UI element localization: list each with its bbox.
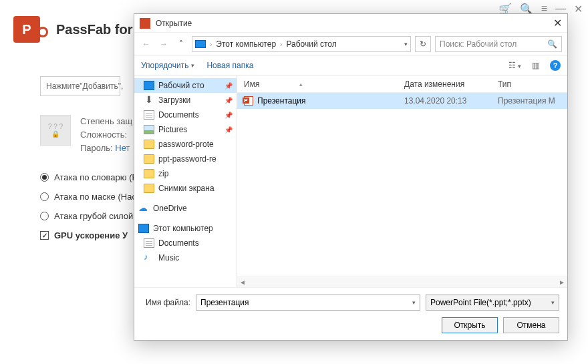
ppt-icon bbox=[140, 18, 150, 29]
document-icon bbox=[144, 238, 154, 248]
back-icon[interactable]: ← bbox=[140, 39, 153, 49]
radio-icon bbox=[40, 192, 49, 201]
folder-icon bbox=[144, 140, 154, 149]
column-date[interactable]: Дата изменения bbox=[404, 79, 498, 89]
file-date: 13.04.2020 20:13 bbox=[404, 96, 498, 106]
status-protection: Степень защ bbox=[80, 115, 132, 128]
filename-input[interactable]: Презентация▾ bbox=[196, 295, 420, 311]
sidebar: Рабочий сто📌 ⬇Загрузки📌 Documents📌 Pictu… bbox=[134, 75, 237, 287]
cancel-button[interactable]: Отмена bbox=[503, 317, 559, 333]
chevron-down-icon: ▾ bbox=[551, 299, 555, 306]
view-button[interactable]: ☷ ▾ bbox=[508, 61, 521, 70]
app-logo: P bbox=[13, 16, 40, 43]
file-type: Презентация M bbox=[498, 96, 567, 106]
address-bar[interactable]: › Этот компьютер › Рабочий стол ▾ bbox=[192, 36, 411, 52]
chevron-down-icon[interactable]: ▾ bbox=[404, 41, 408, 47]
column-type[interactable]: Тип bbox=[498, 79, 567, 89]
h-scrollbar[interactable]: ◄► bbox=[237, 277, 567, 287]
filename-label: Имя файла: bbox=[142, 298, 190, 307]
search-input[interactable]: Поиск: Рабочий стол 🔍 bbox=[435, 36, 562, 52]
folder-icon bbox=[144, 169, 154, 178]
search-placeholder: Поиск: Рабочий стол bbox=[440, 39, 517, 49]
folder-icon bbox=[144, 184, 154, 193]
sidebar-item-documents[interactable]: Documents📌 bbox=[134, 108, 237, 122]
download-icon: ⬇ bbox=[144, 96, 154, 105]
music-icon: ♪ bbox=[144, 253, 154, 262]
cloud-icon: ☁ bbox=[138, 204, 149, 213]
sidebar-item-downloads[interactable]: ⬇Загрузки📌 bbox=[134, 93, 237, 108]
pin-icon: 📌 bbox=[225, 97, 233, 104]
desktop-icon bbox=[144, 81, 154, 90]
file-open-dialog: Открытие ✕ ← → ˄ › Этот компьютер › Рабо… bbox=[134, 13, 568, 341]
organize-button[interactable]: Упорядочить▾ bbox=[141, 61, 194, 70]
sort-asc-icon: ▴ bbox=[299, 81, 303, 87]
pin-icon: 📌 bbox=[225, 82, 233, 89]
radio-icon bbox=[40, 212, 49, 220]
sidebar-item-onedrive[interactable]: ☁OneDrive bbox=[134, 201, 237, 216]
dialog-title: Открытие bbox=[156, 19, 553, 28]
status-icon: ? ? ? 🔒 bbox=[40, 115, 71, 146]
scroll-right-icon[interactable]: ► bbox=[557, 277, 567, 287]
pc-icon bbox=[138, 224, 149, 233]
forward-icon: → bbox=[157, 39, 170, 49]
picture-icon bbox=[144, 125, 154, 134]
search-icon: 🔍 bbox=[547, 39, 557, 49]
add-file-field[interactable]: Нажмите"Добавить", bbox=[40, 76, 120, 96]
sidebar-item-folder[interactable]: zip bbox=[134, 166, 237, 181]
pin-icon: 📌 bbox=[225, 126, 233, 134]
up-icon[interactable]: ˄ bbox=[174, 39, 188, 49]
close-icon[interactable]: ✕ bbox=[553, 17, 562, 29]
sidebar-item-folder[interactable]: Снимки экрана bbox=[134, 181, 237, 196]
pin-icon: 📌 bbox=[225, 112, 233, 119]
file-name: Презентация bbox=[257, 96, 306, 106]
sidebar-item-folder[interactable]: ppt-password-re bbox=[134, 152, 237, 166]
column-name[interactable]: Имя bbox=[244, 79, 259, 89]
document-icon bbox=[144, 110, 154, 120]
new-folder-button[interactable]: Новая папка bbox=[206, 61, 253, 70]
sidebar-item-pictures[interactable]: Pictures📌 bbox=[134, 122, 237, 137]
status-password-value[interactable]: Нет bbox=[115, 143, 130, 153]
ppt-file-icon bbox=[244, 96, 253, 106]
sidebar-item-documents[interactable]: Documents bbox=[134, 236, 237, 250]
sidebar-item-thispc[interactable]: Этот компьютер bbox=[134, 221, 237, 236]
sidebar-item-folder[interactable]: password-prote bbox=[134, 137, 237, 152]
help-icon[interactable]: ? bbox=[550, 60, 561, 71]
scroll-left-icon[interactable]: ◄ bbox=[237, 277, 248, 287]
sidebar-item-desktop[interactable]: Рабочий сто📌 bbox=[134, 78, 237, 93]
refresh-button[interactable]: ↻ bbox=[415, 36, 431, 52]
preview-button[interactable]: ▥ bbox=[532, 61, 539, 70]
breadcrumb-folder[interactable]: Рабочий стол bbox=[286, 39, 336, 49]
filetype-select[interactable]: PowerPoint File(*.ppt;*.pptx)▾ bbox=[426, 295, 559, 311]
file-row[interactable]: Презентация 13.04.2020 20:13 Презентация… bbox=[237, 93, 567, 109]
checkbox-icon bbox=[40, 231, 49, 240]
close-app-icon[interactable]: ✕ bbox=[574, 3, 583, 15]
folder-icon bbox=[144, 154, 154, 164]
radio-icon bbox=[40, 173, 49, 182]
chevron-down-icon[interactable]: ▾ bbox=[412, 299, 416, 306]
chevron-right-icon: › bbox=[280, 41, 282, 48]
open-button[interactable]: Открыть bbox=[442, 317, 498, 333]
sidebar-item-music[interactable]: ♪Music bbox=[134, 250, 237, 265]
chevron-right-icon: › bbox=[210, 41, 212, 48]
status-password-label: Пароль: bbox=[80, 143, 113, 153]
breadcrumb-root[interactable]: Этот компьютер bbox=[216, 39, 276, 49]
pc-icon bbox=[195, 40, 206, 48]
status-complexity: Сложность: bbox=[80, 128, 132, 142]
